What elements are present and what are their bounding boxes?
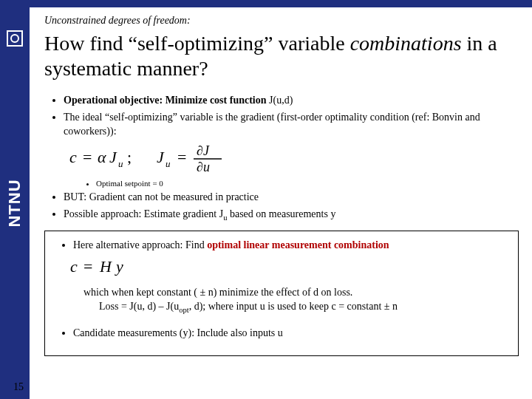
svg-text:y: y xyxy=(115,257,123,276)
ntnu-wordmark: NTNU xyxy=(5,179,24,227)
bullet-1: Operational objective: Minimize cost fun… xyxy=(64,94,519,108)
box-line1-highlight: optimal linear measurement combination xyxy=(207,239,389,250)
highlight-box: Here alternative approach: Find optimal … xyxy=(44,231,519,356)
box-bullet-2: Candidate measurements (y): Include also… xyxy=(73,327,509,341)
content-area: Unconstrained degrees of freedom: How fi… xyxy=(44,15,519,389)
svg-text:J: J xyxy=(157,148,165,166)
page-title: How find “self-optimizing” variable comb… xyxy=(44,31,519,81)
sub-bullet-list: Optimal setpoint = 0 xyxy=(44,179,519,188)
sidebar: NTNU xyxy=(0,7,30,399)
svg-text:α: α xyxy=(98,148,106,166)
bullet-4: Possible approach: Estimate gradient Ju … xyxy=(64,208,519,223)
svg-text:H: H xyxy=(99,257,112,276)
box-tail-1: which when kept constant ( ± n) minimize… xyxy=(83,287,352,298)
box-tail-2-sub: opt xyxy=(179,306,188,314)
svg-text:;: ; xyxy=(127,148,132,166)
ntnu-logo-icon xyxy=(6,30,24,47)
bullet-list-2: BUT: Gradient can not be measured in pra… xyxy=(44,191,519,223)
svg-text:=: = xyxy=(83,148,92,166)
page-number: 15 xyxy=(13,381,24,393)
bullet-1-suffix: J(u,d) xyxy=(267,95,293,106)
svg-text:J: J xyxy=(109,148,117,166)
top-accent-bar xyxy=(0,0,532,7)
sub-bullet-1: Optimal setpoint = 0 xyxy=(96,179,519,188)
bullet-4-suffix: based on measurements y xyxy=(227,208,335,219)
svg-text:c: c xyxy=(69,148,77,166)
svg-text:u: u xyxy=(118,158,123,169)
title-combinations: combinations xyxy=(350,32,462,55)
svg-rect-0 xyxy=(6,30,24,47)
bullet-1-bold: Operational objective: Minimize cost fun… xyxy=(64,95,267,106)
overline-text: Unconstrained degrees of freedom: xyxy=(44,15,519,27)
equation-gradient: c = α J u ; J u = ∂J ∂u xyxy=(69,143,519,176)
box-list: Here alternative approach: Find optimal … xyxy=(54,239,509,253)
svg-text:c: c xyxy=(70,257,78,276)
box-tail-2-suffix: , d); where input u is used to keep c = … xyxy=(189,301,398,312)
box-line1-prefix: Here alternative approach: Find xyxy=(73,239,207,250)
title-part1: How find “self-optimizing” variable xyxy=(44,32,350,55)
svg-text:∂u: ∂u xyxy=(197,160,210,173)
bullet-2: The ideal “self-optimizing” variable is … xyxy=(64,111,519,139)
slide: NTNU Unconstrained degrees of freedom: H… xyxy=(0,0,532,399)
svg-text:u: u xyxy=(166,158,171,169)
box-tail-2-prefix: Loss = J(u, d) – J(u xyxy=(99,301,179,312)
svg-text:=: = xyxy=(177,148,186,166)
box-tail: which when kept constant ( ± n) minimize… xyxy=(83,285,509,316)
bullet-4-prefix: Possible approach: Estimate gradient J xyxy=(64,208,223,219)
bullet-list: Operational objective: Minimize cost fun… xyxy=(44,94,519,139)
box-list-2: Candidate measurements (y): Include also… xyxy=(54,327,509,341)
svg-text:∂J: ∂J xyxy=(197,143,210,158)
equation-c-hy: c = H y xyxy=(67,257,509,281)
box-bullet-1: Here alternative approach: Find optimal … xyxy=(73,239,509,253)
bullet-3: BUT: Gradient can not be measured in pra… xyxy=(64,191,519,205)
svg-text:=: = xyxy=(83,257,92,276)
